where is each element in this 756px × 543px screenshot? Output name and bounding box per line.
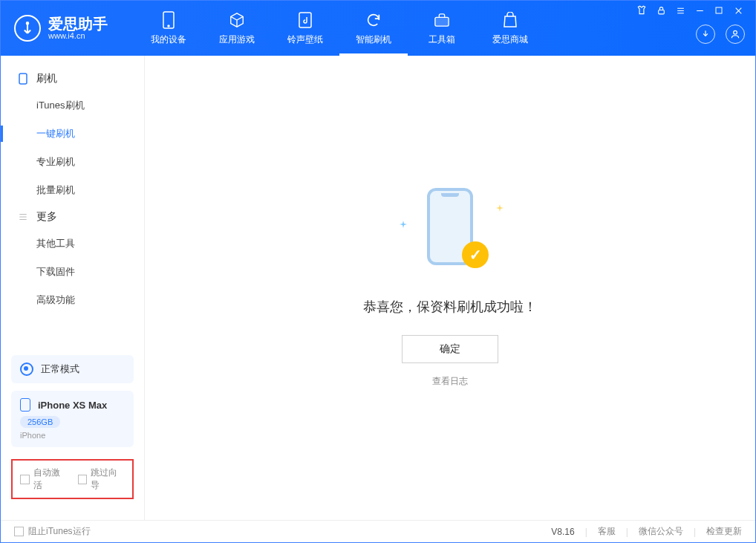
sidebar-item-itunes-flash[interactable]: iTunes刷机 [1,91,144,120]
success-message: 恭喜您，保资料刷机成功啦！ [363,298,537,316]
checkbox-icon [78,475,88,484]
sidebar: 刷机 iTunes刷机 一键刷机 专业刷机 批量刷机 更多 其他工具 下载固件 … [1,56,145,520]
lock-icon[interactable] [656,5,666,16]
download-icon[interactable] [696,25,715,44]
device-storage-badge: 256GB [20,416,60,428]
minimize-icon[interactable] [694,5,705,16]
checkbox-icon [20,475,30,484]
mode-card[interactable]: 正常模式 [11,355,134,383]
main-content: ✓ 恭喜您，保资料刷机成功啦！ 确定 查看日志 [145,56,755,520]
tab-my-device[interactable]: 我的设备 [134,1,203,56]
sidebar-item-other-tools[interactable]: 其他工具 [1,230,144,258]
sidebar-item-pro-flash[interactable]: 专业刷机 [1,148,144,176]
sidebar-section-flash: 刷机 [1,66,144,91]
svg-point-0 [27,22,29,24]
view-log-link[interactable]: 查看日志 [432,375,468,388]
user-icon[interactable] [726,25,745,44]
logo-icon [14,15,41,42]
tab-store[interactable]: 爱思商城 [476,1,544,56]
sidebar-item-download-firmware[interactable]: 下载固件 [1,258,144,286]
close-icon[interactable] [733,5,743,16]
menu-icon[interactable] [675,5,685,16]
phone-icon [17,73,29,85]
status-link-wechat[interactable]: 微信公众号 [639,525,683,538]
check-badge-icon: ✓ [462,241,489,268]
checkbox-skip-guide[interactable]: 跳过向导 [78,466,126,492]
tab-smart-flash[interactable]: 智能刷机 [339,1,408,56]
sidebar-section-more: 更多 [1,204,144,230]
device-card[interactable]: iPhone XS Max 256GB iPhone [11,391,134,447]
sidebar-item-batch-flash[interactable]: 批量刷机 [1,176,144,204]
svg-rect-6 [716,7,722,13]
status-bar: 阻止iTunes运行 V8.16 | 客服 | 微信公众号 | 检查更新 [1,520,755,542]
device-name: iPhone XS Max [38,400,107,411]
sparkle-icon [496,201,504,209]
device-type: iPhone [20,431,125,440]
ok-button[interactable]: 确定 [402,335,498,363]
version-label: V8.16 [551,527,574,537]
svg-rect-8 [19,74,27,84]
mode-label: 正常模式 [41,362,79,376]
tab-apps-games[interactable]: 应用游戏 [203,1,271,56]
status-link-update[interactable]: 检查更新 [706,525,742,538]
sparkle-icon [400,218,407,225]
cube-icon [228,11,246,29]
refresh-icon [365,11,382,29]
sidebar-item-advanced[interactable]: 高级功能 [1,286,144,314]
status-link-support[interactable]: 客服 [598,525,616,538]
checkbox-stop-itunes[interactable]: 阻止iTunes运行 [14,525,91,538]
tab-toolbox[interactable]: 工具箱 [408,1,476,56]
sidebar-item-oneclick-flash[interactable]: 一键刷机 [1,120,144,148]
device-icon [160,11,177,29]
brand-name: 爱思助手 [48,16,108,31]
svg-point-2 [168,25,169,27]
window-controls [633,1,746,20]
device-phone-icon [20,398,30,412]
music-file-icon [296,11,314,29]
nav-tabs: 我的设备 应用游戏 铃声壁纸 智能刷机 工具箱 爱思商城 [134,1,544,56]
shirt-icon[interactable] [636,5,647,16]
maximize-icon[interactable] [714,5,724,16]
success-illustration: ✓ [405,188,495,277]
toolbox-icon [433,11,451,29]
checkbox-auto-activate[interactable]: 自动激活 [20,466,68,492]
list-icon [17,211,29,223]
highlighted-options-box: 自动激活 跳过向导 [11,459,134,499]
tab-ringtone-wallpaper[interactable]: 铃声壁纸 [271,1,339,56]
svg-rect-5 [658,10,664,13]
svg-rect-4 [435,17,449,26]
brand-url: www.i4.cn [48,31,108,40]
checkbox-icon [14,527,24,536]
logo: 爱思助手 www.i4.cn [1,15,134,42]
svg-point-7 [734,30,737,34]
header-bar: 爱思助手 www.i4.cn 我的设备 应用游戏 铃声壁纸 智能刷机 工具箱 爱… [1,1,755,56]
normal-mode-icon [20,362,33,376]
bag-icon [501,11,519,29]
